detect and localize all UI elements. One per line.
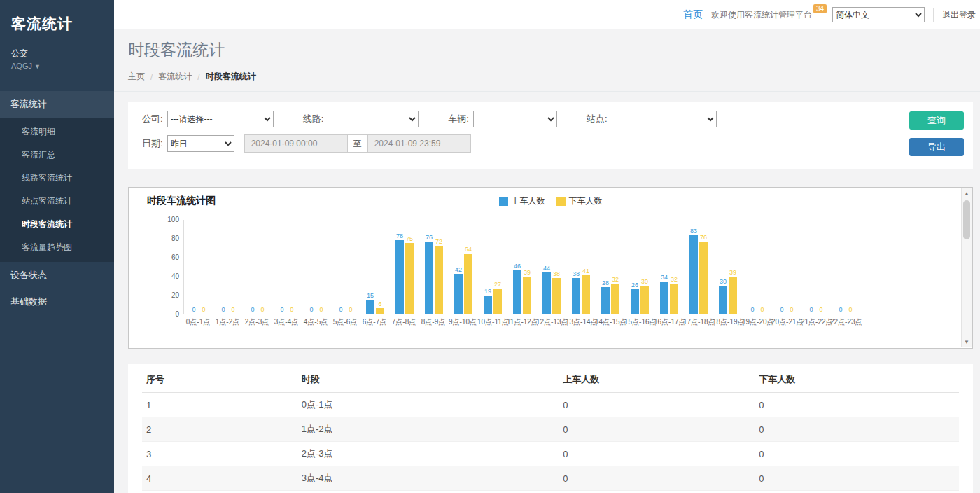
- language-select[interactable]: 简体中文: [832, 7, 925, 22]
- bar-value-label: 30: [720, 279, 727, 285]
- page-head: 时段客流统计 主页/客流统计/时段客流统计: [114, 29, 980, 92]
- bar: [631, 289, 639, 314]
- bar-value-label: 46: [514, 263, 521, 270]
- bar-value-label: 0: [349, 307, 352, 313]
- sidebar-item[interactable]: 线路客流统计: [0, 167, 114, 190]
- home-link[interactable]: 首页: [683, 8, 703, 21]
- bar: [690, 235, 698, 314]
- station-filter: 站点:: [587, 111, 717, 127]
- bar-wrap: 15: [366, 220, 374, 314]
- station-select[interactable]: [612, 111, 717, 127]
- bar-group: 8376: [684, 220, 713, 314]
- bar-wrap: 0: [758, 220, 766, 314]
- bar-wrap: 0: [248, 220, 257, 314]
- line-select[interactable]: [328, 111, 419, 127]
- sidebar-section[interactable]: 客流统计: [0, 91, 114, 118]
- logout-link[interactable]: 退出登录: [933, 8, 976, 22]
- scroll-down-icon[interactable]: ▼: [962, 337, 972, 347]
- bar-wrap: 0: [807, 220, 816, 314]
- company-select[interactable]: ---请选择---: [167, 111, 274, 127]
- x-tick-label: 6点-7点: [360, 317, 389, 327]
- date-preset-select[interactable]: 昨日: [167, 135, 234, 152]
- scroll-up-icon[interactable]: ▲: [962, 188, 972, 199]
- legend-item[interactable]: 下车人数: [556, 195, 603, 207]
- welcome-text: 欢迎使用客流统计管理平台: [711, 9, 812, 21]
- chart-scrollbar[interactable]: ▲ ▼: [961, 188, 972, 347]
- x-tick-label: 9点-10点: [448, 317, 477, 327]
- data-table-panel: 序号时段上车人数下车人数 10点-1点0021点-2点0032点-3点0043点…: [128, 364, 973, 493]
- legend-swatch-icon: [556, 197, 566, 206]
- bar-wrap: 38: [572, 220, 580, 314]
- vehicle-label: 车辆:: [448, 113, 469, 125]
- bar-wrap: 0: [778, 220, 786, 314]
- breadcrumb-item[interactable]: 时段客流统计: [206, 71, 256, 83]
- x-tick-label: 16点-17点: [654, 317, 683, 327]
- table-cell: 5: [142, 491, 298, 493]
- bar-wrap: 46: [513, 220, 522, 314]
- bar: [484, 296, 492, 314]
- date-to-input[interactable]: [368, 134, 471, 153]
- bar-value-label: 72: [435, 239, 442, 245]
- bar-value-label: 34: [661, 275, 668, 281]
- scrollbar-thumb[interactable]: [963, 200, 970, 239]
- filter-panel: 公司: ---请选择--- 线路: 车辆: 站点:: [128, 102, 973, 169]
- bar-value-label: 78: [396, 233, 403, 239]
- date-from-input[interactable]: [244, 134, 348, 153]
- table-row: 54点-5点00: [142, 491, 959, 493]
- legend-item[interactable]: 上车人数: [499, 195, 545, 207]
- bar: [729, 277, 737, 314]
- sidebar-item[interactable]: 客流汇总: [0, 144, 114, 167]
- table-header-cell: 上车人数: [559, 367, 755, 393]
- sidebar-section[interactable]: 设备状态: [0, 262, 114, 289]
- bar-wrap: 0: [346, 220, 355, 314]
- topbar: 首页 欢迎使用客流统计管理平台 34 简体中文 退出登录: [114, 0, 980, 29]
- breadcrumb-item[interactable]: 客流统计: [158, 71, 192, 83]
- bar-value-label: 30: [641, 279, 648, 285]
- user-menu[interactable]: AQGJ▼: [0, 62, 114, 70]
- bar-value-label: 38: [573, 271, 580, 277]
- chart-y-axis: 020406080100: [162, 220, 183, 314]
- sidebar-item[interactable]: 客流量趋势图: [0, 236, 114, 259]
- x-tick-label: 13点-14点: [566, 317, 595, 327]
- line-label: 线路:: [303, 113, 324, 125]
- y-tick-label: 60: [172, 254, 179, 261]
- x-tick-label: 18点-19点: [713, 317, 742, 327]
- bar-value-label: 0: [260, 307, 264, 313]
- bar-value-label: 19: [484, 289, 491, 295]
- sidebar-item[interactable]: 站点客流统计: [0, 190, 114, 213]
- sidebar-item[interactable]: 时段客流统计: [0, 213, 114, 236]
- export-button[interactable]: 导出: [909, 138, 964, 156]
- line-filter: 线路:: [303, 111, 419, 127]
- bar: [396, 240, 404, 314]
- bar: [366, 300, 374, 314]
- chart-legend: 上车人数下车人数: [499, 195, 603, 207]
- bar-value-label: 39: [524, 270, 531, 276]
- notification-badge[interactable]: 34: [813, 4, 827, 13]
- breadcrumb-item[interactable]: 主页: [128, 71, 145, 83]
- sidebar-item[interactable]: 客流明细: [0, 120, 114, 144]
- bar-wrap: 72: [435, 220, 443, 314]
- bar-wrap: 0: [288, 220, 296, 314]
- bar: [542, 272, 551, 314]
- table-cell: 0: [559, 442, 755, 466]
- bar-value-label: 64: [465, 246, 472, 253]
- bar-group: 00: [772, 220, 802, 314]
- bar: [670, 284, 678, 314]
- x-tick-label: 11点-12点: [507, 317, 536, 327]
- table-row: 43点-4点00: [142, 466, 959, 491]
- bar-group: 00: [214, 220, 243, 314]
- bar-group: 4639: [507, 220, 537, 314]
- bar-value-label: 0: [319, 307, 323, 313]
- vehicle-select[interactable]: [473, 111, 557, 127]
- table-cell: 4点-5点: [298, 491, 559, 493]
- user-code: AQGJ: [11, 62, 32, 70]
- caret-down-icon: ▼: [34, 63, 41, 70]
- x-tick-label: 21点-22点: [801, 317, 830, 327]
- query-button[interactable]: 查询: [909, 111, 964, 130]
- bar-wrap: 0: [337, 220, 345, 314]
- table-cell: 3: [142, 442, 298, 466]
- bar-group: 3039: [713, 220, 743, 314]
- y-tick-label: 100: [167, 216, 179, 223]
- table-cell: 0: [559, 466, 755, 491]
- sidebar-section[interactable]: 基础数据: [0, 289, 114, 315]
